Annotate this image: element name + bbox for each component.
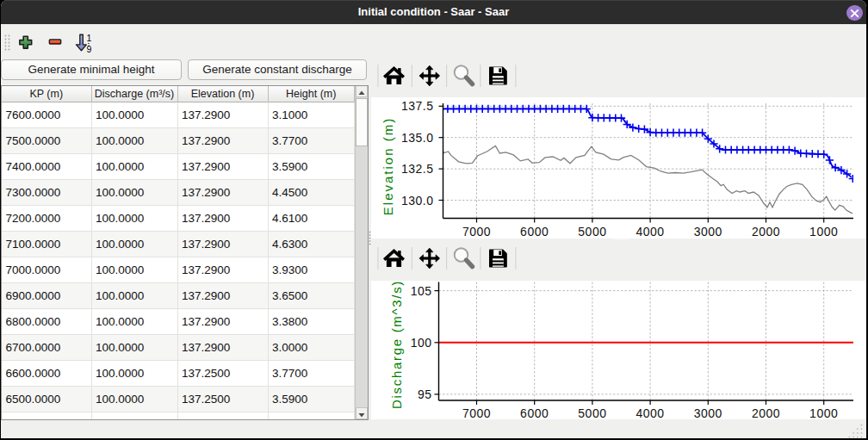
- svg-text:Elevation (m): Elevation (m): [381, 117, 395, 215]
- svg-text:6000: 6000: [520, 225, 549, 239]
- svg-text:2000: 2000: [752, 406, 780, 419]
- svg-text:7000: 7000: [462, 406, 491, 419]
- svg-text:7000: 7000: [462, 225, 491, 239]
- svg-text:4000: 4000: [636, 406, 665, 419]
- svg-text:95: 95: [418, 387, 432, 401]
- svg-text:137.5: 137.5: [401, 99, 434, 113]
- svg-text:105: 105: [411, 284, 432, 298]
- svg-text:5000: 5000: [578, 225, 606, 239]
- svg-text:3000: 3000: [694, 225, 722, 239]
- svg-text:130.0: 130.0: [401, 194, 434, 208]
- svg-text:1000: 1000: [809, 406, 838, 419]
- svg-text:2000: 2000: [752, 225, 780, 239]
- svg-text:3000: 3000: [694, 406, 722, 419]
- svg-text:6000: 6000: [520, 406, 549, 419]
- svg-text:9: 9: [86, 44, 91, 54]
- svg-text:4000: 4000: [636, 225, 665, 239]
- svg-text:1000: 1000: [809, 225, 838, 239]
- svg-text:135.0: 135.0: [401, 131, 434, 145]
- svg-text:Discharge (m^3/s): Discharge (m^3/s): [389, 280, 404, 409]
- svg-text:1: 1: [87, 33, 92, 43]
- svg-text:5000: 5000: [578, 406, 606, 419]
- svg-text:132.5: 132.5: [401, 162, 434, 176]
- svg-text:100: 100: [411, 336, 432, 350]
